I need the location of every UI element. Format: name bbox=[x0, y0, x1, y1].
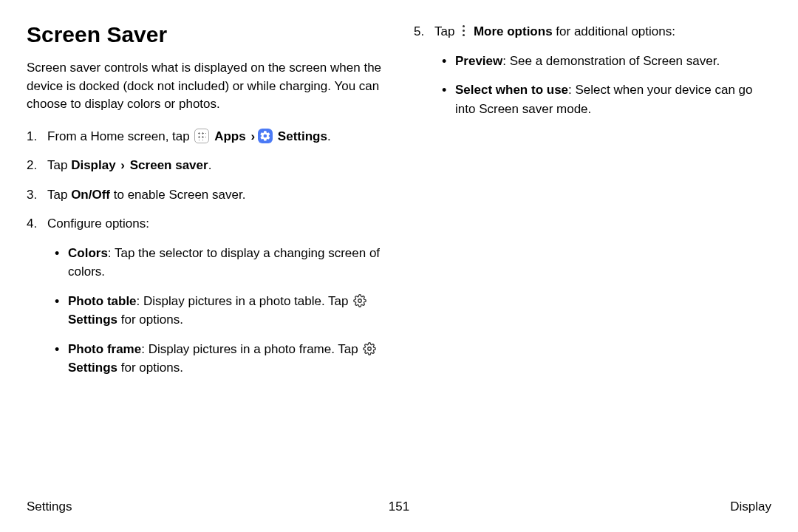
apps-label: Apps bbox=[214, 129, 246, 143]
option-select-when: Select when to use: Select when your dev… bbox=[455, 81, 771, 118]
page-footer: Settings 151 Display bbox=[27, 499, 771, 514]
svg-point-1 bbox=[368, 347, 372, 351]
option-photo-table-text: : Display pictures in a photo table. Tap bbox=[137, 294, 352, 308]
step-3-onoff: On/Off bbox=[71, 188, 110, 202]
option-photo-table: Photo table: Display pictures in a photo… bbox=[68, 292, 384, 330]
settings-word-1: Settings bbox=[68, 313, 117, 327]
chevron-right-icon: › bbox=[250, 129, 255, 143]
option-preview-label: Preview bbox=[455, 54, 502, 68]
more-options-icon bbox=[460, 24, 468, 38]
settings-word-2: Settings bbox=[68, 361, 117, 375]
footer-section-left: Settings bbox=[27, 499, 72, 514]
left-column: Screen Saver Screen saver controls what … bbox=[27, 22, 384, 388]
step-5-rest: for additional options: bbox=[553, 24, 675, 38]
intro-paragraph: Screen saver controls what is displayed … bbox=[27, 59, 384, 114]
svg-point-0 bbox=[358, 299, 362, 303]
step-3: Tap On/Off to enable Screen saver. bbox=[27, 185, 384, 205]
step-5: Tap More options for additional options:… bbox=[414, 22, 771, 118]
step-5-tap: Tap bbox=[434, 24, 458, 38]
option-preview: Preview: See a demonstration of Screen s… bbox=[455, 52, 771, 71]
gear-icon bbox=[353, 294, 366, 307]
option-colors-label: Colors bbox=[68, 246, 108, 260]
for-options-1: for options. bbox=[117, 313, 183, 327]
footer-section-right: Display bbox=[730, 499, 771, 514]
option-colors-text: : Tap the selector to display a changing… bbox=[68, 246, 380, 279]
option-colors: Colors: Tap the selector to display a ch… bbox=[68, 244, 384, 282]
settings-blue-icon bbox=[258, 129, 273, 143]
option-preview-text: : See a demonstration of Screen saver. bbox=[502, 54, 720, 68]
settings-label: Settings bbox=[278, 129, 327, 143]
for-options-2: for options. bbox=[117, 361, 183, 375]
gear-icon-2 bbox=[363, 342, 376, 355]
option-photo-frame-text: : Display pictures in a photo frame. Tap bbox=[141, 342, 361, 356]
footer-page-number: 151 bbox=[389, 499, 409, 514]
period: . bbox=[327, 129, 331, 143]
step-4-text: Configure options: bbox=[47, 216, 149, 231]
chevron-right-icon-2: › bbox=[120, 158, 125, 172]
option-photo-table-label: Photo table bbox=[68, 294, 137, 308]
step-3-rest: to enable Screen saver. bbox=[110, 188, 245, 202]
step-3-tap: Tap bbox=[47, 188, 71, 202]
option-photo-frame-label: Photo frame bbox=[68, 342, 141, 356]
step-4: Configure options: Colors: Tap the selec… bbox=[27, 214, 384, 378]
step-2-tap: Tap bbox=[47, 158, 71, 172]
right-column: Tap More options for additional options:… bbox=[414, 22, 771, 388]
apps-icon bbox=[194, 129, 209, 143]
step-5-more-options: More options bbox=[474, 24, 553, 38]
period-2: . bbox=[208, 158, 212, 172]
option-photo-frame: Photo frame: Display pictures in a photo… bbox=[68, 340, 384, 378]
step-1-text: From a Home screen, tap bbox=[47, 129, 193, 143]
step-2-screen-saver: Screen saver bbox=[130, 158, 208, 172]
page-heading: Screen Saver bbox=[27, 22, 384, 47]
step-1: From a Home screen, tap Apps › Settings. bbox=[27, 127, 384, 146]
step-2-display: Display bbox=[71, 158, 115, 172]
step-2: Tap Display › Screen saver. bbox=[27, 156, 384, 175]
option-select-label: Select when to use bbox=[455, 83, 568, 97]
